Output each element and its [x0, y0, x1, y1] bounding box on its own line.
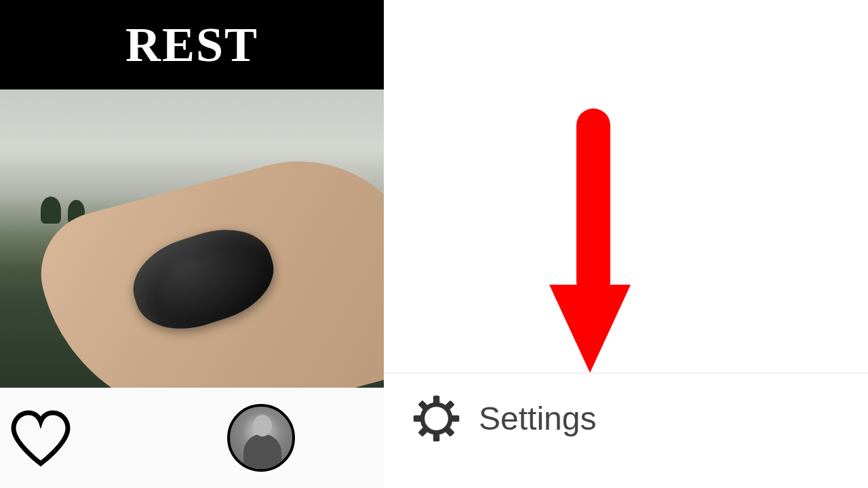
- svg-rect-1: [433, 396, 439, 403]
- gear-icon: [411, 393, 462, 444]
- svg-point-0: [422, 405, 450, 432]
- svg-rect-3: [414, 415, 421, 422]
- header-title: REST: [125, 17, 258, 73]
- svg-rect-4: [452, 415, 459, 422]
- avatar-decoration: [253, 415, 272, 436]
- left-content-panel: REST: [0, 0, 384, 488]
- svg-rect-9: [576, 108, 610, 298]
- heart-icon[interactable]: [7, 409, 75, 467]
- header-banner: REST: [0, 0, 384, 89]
- action-bar: [0, 388, 384, 488]
- post-image[interactable]: [0, 89, 384, 388]
- settings-menu-item[interactable]: Settings: [411, 393, 596, 444]
- svg-marker-10: [549, 285, 631, 373]
- svg-rect-2: [433, 434, 439, 441]
- image-decoration: [41, 197, 61, 224]
- profile-avatar[interactable]: [227, 404, 295, 472]
- settings-label: Settings: [479, 400, 596, 437]
- arrow-annotation-icon: [536, 108, 644, 380]
- avatar-decoration: [243, 434, 281, 472]
